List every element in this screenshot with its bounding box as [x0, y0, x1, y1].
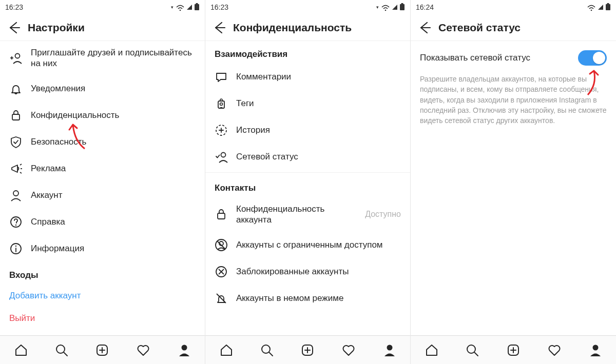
nav-activity[interactable] — [341, 342, 356, 358]
status-time: 16:23 — [5, 3, 23, 11]
header: Настройки — [0, 14, 205, 41]
row-trail: Доступно — [365, 210, 401, 219]
row-blocked[interactable]: Заблокированные аккаунты — [205, 258, 410, 285]
row-label: Конфиденциальность — [31, 110, 119, 120]
row-label: Приглашайте друзей и подписывайтесь на н… — [31, 47, 196, 69]
nav-new[interactable] — [506, 342, 521, 358]
row-label: Теги — [236, 98, 254, 109]
plus-icon — [300, 343, 315, 357]
lock-icon — [9, 109, 23, 122]
nav-profile[interactable] — [177, 342, 192, 358]
row-help[interactable]: Справка — [0, 209, 205, 235]
help-icon — [9, 215, 23, 229]
status-time: 16:24 — [416, 3, 434, 11]
page-title: Сетевой статус — [438, 22, 521, 34]
row-comments[interactable]: Комментарии — [205, 64, 410, 90]
statusbar: 16:23 ▾ — [205, 0, 410, 14]
search-icon — [54, 343, 69, 357]
row-account[interactable]: Аккаунт — [0, 182, 205, 209]
row-label: Реклама — [31, 163, 66, 174]
nav-activity[interactable] — [547, 342, 562, 358]
nav-profile[interactable] — [588, 342, 603, 358]
header: Сетевой статус — [411, 14, 616, 41]
bottom-nav — [0, 335, 205, 364]
screen-privacy: 16:23 ▾ Конфиденциальность Взаимодействи… — [205, 0, 411, 364]
toggle-label: Показывать сетевой статус — [420, 53, 578, 63]
row-about[interactable]: Информация — [0, 235, 205, 262]
row-activity-status[interactable]: Сетевой статус — [205, 144, 410, 170]
home-icon — [13, 343, 28, 357]
add-account-link[interactable]: Добавить аккаунт — [0, 285, 205, 307]
section-logins: Входы — [0, 262, 205, 285]
row-label: Аккаунты с ограниченным доступом — [236, 239, 383, 250]
home-icon — [219, 343, 233, 357]
status-icons — [587, 3, 611, 11]
status-icons: ▾ — [376, 3, 405, 11]
user-icon — [9, 189, 23, 202]
row-privacy[interactable]: Конфиденциальность — [0, 102, 205, 129]
lock-icon — [215, 208, 228, 221]
row-label: Аккаунты в немом режиме — [236, 293, 343, 304]
back-button[interactable] — [6, 21, 22, 35]
nav-new[interactable] — [300, 342, 315, 358]
back-button[interactable] — [211, 21, 227, 35]
nav-search[interactable] — [465, 342, 480, 358]
back-arrow-icon — [211, 21, 226, 35]
screen-settings: 16:23 ▾ Настройки Приглашайте друзей и п… — [0, 0, 205, 364]
divider — [205, 172, 410, 173]
nav-home[interactable] — [424, 342, 439, 358]
row-tags[interactable]: Теги — [205, 90, 410, 117]
row-ads[interactable]: Реклама — [0, 155, 205, 182]
heart-icon — [547, 343, 562, 357]
row-story[interactable]: История — [205, 117, 410, 144]
row-muted[interactable]: Аккаунты в немом режиме — [205, 285, 410, 312]
search-icon — [465, 343, 479, 357]
restricted-icon — [215, 238, 228, 252]
info-icon — [9, 242, 23, 255]
row-account-privacy[interactable]: Конфиденциальность аккаунта Доступно — [205, 197, 410, 232]
row-label: Заблокированные аккаунты — [236, 266, 349, 277]
row-label: Справка — [31, 216, 65, 227]
profile-icon — [382, 343, 397, 357]
profile-icon — [177, 343, 191, 357]
nav-home[interactable] — [13, 342, 28, 358]
heart-icon — [136, 343, 150, 357]
bottom-nav — [411, 335, 616, 364]
row-restricted[interactable]: Аккаунты с ограниченным доступом — [205, 232, 410, 258]
home-icon — [424, 343, 438, 357]
toggle-row-activity-status: Показывать сетевой статус — [411, 41, 616, 70]
add-user-icon — [9, 51, 23, 65]
nav-search[interactable] — [54, 342, 69, 358]
nav-home[interactable] — [218, 342, 234, 358]
mute-icon — [215, 292, 228, 305]
search-icon — [260, 343, 274, 357]
row-label: История — [236, 125, 270, 135]
row-security[interactable]: Безопасность — [0, 129, 205, 155]
profile-icon — [588, 343, 603, 357]
nav-profile[interactable] — [382, 342, 397, 358]
nav-new[interactable] — [94, 342, 110, 358]
page-title: Настройки — [28, 22, 85, 34]
statusbar: 16:23 ▾ — [0, 0, 205, 14]
nav-search[interactable] — [259, 342, 275, 358]
nav-activity[interactable] — [136, 342, 151, 358]
status-time: 16:23 — [210, 3, 228, 11]
row-invite-friends[interactable]: Приглашайте друзей и подписывайтесь на н… — [0, 41, 205, 75]
blocked-icon — [215, 265, 228, 278]
megaphone-icon — [9, 162, 23, 175]
logout-link[interactable]: Выйти — [0, 307, 205, 323]
row-notifications[interactable]: Уведомления — [0, 75, 205, 102]
activity-status-content: Показывать сетевой статус Разрешите влад… — [411, 41, 616, 335]
statusbar: 16:24 — [411, 0, 616, 14]
row-label: Конфиденциальность аккаунта — [236, 204, 357, 226]
activity-status-toggle[interactable] — [578, 50, 607, 66]
plus-icon — [506, 343, 521, 357]
plus-icon — [95, 343, 109, 357]
row-label: Уведомления — [31, 83, 85, 94]
toggle-knob — [593, 52, 605, 64]
back-arrow-icon — [417, 21, 431, 35]
back-button[interactable] — [417, 21, 432, 35]
page-title: Конфиденциальность — [233, 22, 352, 34]
row-label: Сетевой статус — [236, 151, 298, 162]
back-arrow-icon — [6, 21, 21, 35]
